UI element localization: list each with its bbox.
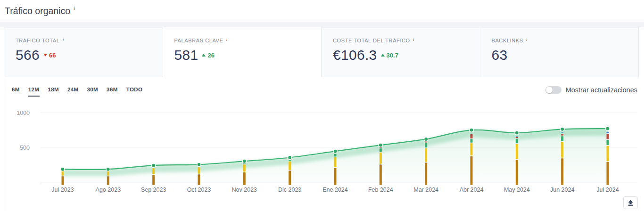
metric-value: 581 [174, 47, 198, 63]
bar-segment-brown[interactable] [380, 164, 382, 185]
bar-segment-brown[interactable] [425, 162, 427, 185]
header-divider [0, 22, 644, 27]
metric-tab-palabras-clave[interactable]: PALABRAS CLAVE i 581 26 [163, 27, 322, 77]
metric-tab-backlinks[interactable]: BACKLINKS i 63 [480, 27, 639, 77]
bar-segment-yellow[interactable] [561, 142, 563, 157]
info-icon[interactable]: i [413, 36, 415, 42]
x-axis-label: Oct 2023 [187, 187, 211, 193]
y-axis-label: 1000 [17, 110, 30, 116]
bar-segment-green[interactable] [516, 139, 518, 143]
bar-segment-brown[interactable] [62, 176, 64, 185]
data-point-dot[interactable] [560, 127, 564, 131]
bar-segment-red[interactable] [561, 134, 563, 136]
data-point-dot[interactable] [61, 167, 65, 171]
bar-segment-blue[interactable] [516, 136, 518, 137]
metric-value-row: €106.3 30.7 [333, 47, 480, 63]
export-button[interactable] [623, 196, 638, 209]
data-point-dot[interactable] [151, 163, 155, 167]
delta-value: 30.7 [387, 52, 398, 59]
period-tab-36m[interactable]: 36M [106, 86, 118, 97]
delta-value: 26 [207, 52, 214, 59]
bar-segment-green[interactable] [606, 140, 609, 145]
x-axis-label: Sep 2023 [141, 187, 166, 193]
y-axis-label: 500 [20, 145, 30, 151]
bar-segment-green[interactable] [561, 136, 563, 141]
bar-segment-yellow[interactable] [62, 171, 64, 176]
data-point-dot[interactable] [288, 155, 291, 159]
metric-value-row: 566 66 [16, 47, 163, 63]
bar-segment-red[interactable] [516, 137, 518, 138]
data-point-dot[interactable] [106, 167, 110, 171]
bar-segment-blue[interactable] [561, 132, 563, 133]
chart-controls: 6M 12M 18M 24M 30M 36M TODO Mostrar actu… [0, 77, 644, 97]
data-point-dot[interactable] [606, 127, 610, 130]
bar-segment-yellow[interactable] [289, 162, 291, 170]
widget-header: Tráfico organico i [0, 0, 644, 22]
metric-tab-coste-total[interactable]: COSTE TOTAL DEL TRÁFICO i €106.3 30.7 [321, 27, 480, 77]
data-point-dot[interactable] [197, 162, 201, 166]
bar-segment-yellow[interactable] [516, 144, 518, 159]
bar-segment-green[interactable] [470, 139, 472, 142]
metric-value-row: 581 26 [174, 47, 322, 63]
bar-segment-red[interactable] [606, 134, 609, 139]
x-axis-label: May 2024 [504, 187, 530, 193]
x-axis-label: Abr 2024 [460, 187, 484, 193]
data-point-dot[interactable] [333, 149, 337, 153]
bar-segment-red[interactable] [470, 134, 472, 138]
bar-segment-yellow[interactable] [152, 168, 155, 174]
x-axis-label: Jul 2023 [51, 187, 74, 193]
x-axis-label: Jun 2024 [550, 187, 574, 193]
metric-value: 63 [492, 47, 508, 63]
period-tab-6m[interactable]: 6M [11, 86, 20, 97]
bar-segment-brown[interactable] [561, 158, 563, 185]
x-axis-label: Ago 2023 [96, 187, 121, 193]
bar-segment-brown[interactable] [152, 175, 155, 185]
bar-segment-green[interactable] [380, 148, 382, 152]
delta-arrow-icon [43, 54, 47, 57]
info-icon[interactable]: i [62, 36, 64, 42]
show-updates-label: Mostrar actualizaciones [566, 86, 637, 94]
period-tab-24m[interactable]: 24M [67, 86, 79, 97]
bar-segment-yellow[interactable] [380, 153, 382, 164]
info-icon[interactable]: i [226, 36, 228, 42]
bar-segment-brown[interactable] [198, 174, 200, 185]
bar-segment-yellow[interactable] [198, 167, 200, 173]
bar-segment-yellow[interactable] [243, 164, 246, 171]
x-axis-label: Mar 2024 [413, 187, 438, 193]
metric-label: COSTE TOTAL DEL TRÁFICO i [333, 38, 480, 43]
bar-segment-yellow[interactable] [334, 157, 336, 167]
period-tab-12m[interactable]: 12M [28, 86, 40, 97]
bar-segment-brown[interactable] [606, 162, 609, 185]
bar-segment-brown[interactable] [334, 168, 336, 185]
bar-segment-green[interactable] [334, 154, 336, 156]
data-point-dot[interactable] [379, 143, 382, 147]
metric-tab-trafico-total[interactable]: TRÁFICO TOTAL i 566 66 [4, 27, 163, 77]
period-tab-todo[interactable]: TODO [126, 86, 143, 97]
info-icon[interactable]: i [526, 36, 528, 42]
data-point-dot[interactable] [242, 159, 246, 163]
bar-segment-yellow[interactable] [425, 148, 427, 162]
bar-segment-yellow[interactable] [606, 146, 609, 162]
data-point-dot[interactable] [515, 131, 519, 135]
show-updates-control: Mostrar actualizaciones [545, 86, 637, 94]
data-point-dot[interactable] [470, 128, 473, 132]
chart-panel: 6M 12M 18M 24M 30M 36M TODO Mostrar actu… [0, 77, 644, 211]
period-tab-30m[interactable]: 30M [87, 86, 99, 97]
bar-segment-blue[interactable] [606, 132, 609, 133]
delta-arrow-icon [202, 54, 206, 57]
metric-value: 566 [16, 47, 40, 63]
bar-segment-brown[interactable] [470, 156, 472, 185]
period-tab-18m[interactable]: 18M [47, 86, 59, 97]
bar-segment-brown[interactable] [289, 170, 291, 185]
info-icon[interactable]: i [74, 5, 75, 11]
metric-value: €106.3 [333, 47, 377, 63]
bar-segment-yellow[interactable] [107, 171, 109, 176]
bar-segment-green[interactable] [425, 143, 427, 147]
bar-segment-brown[interactable] [516, 160, 518, 185]
bar-segment-brown[interactable] [243, 172, 246, 185]
data-point-dot[interactable] [424, 137, 428, 141]
bar-segment-red[interactable] [425, 141, 427, 142]
bar-segment-brown[interactable] [107, 176, 109, 185]
bar-segment-yellow[interactable] [470, 143, 472, 155]
show-updates-toggle[interactable] [545, 86, 561, 94]
